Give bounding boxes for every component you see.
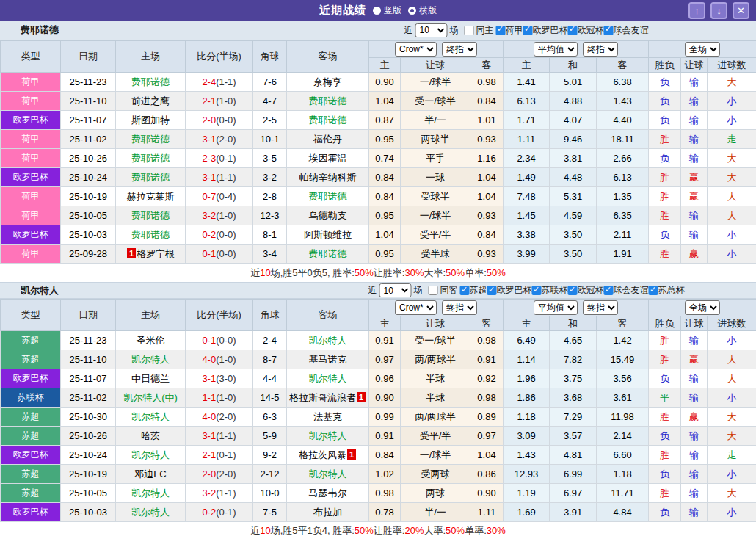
league-badge: 欧罗巴杯 [1, 369, 61, 388]
home-team: 费耶诺德 [116, 73, 186, 92]
odds-source-select[interactable]: Crow* [395, 300, 437, 315]
odds-time-select[interactable]: 终指 [442, 42, 477, 57]
avg-away-odds: 6.60 [597, 446, 649, 465]
scope-select[interactable]: 全场 [685, 42, 720, 57]
away-team-name: 凯尔特人 [309, 373, 347, 384]
checkbox-checked-icon[interactable] [604, 286, 614, 295]
league-filter[interactable]: 苏总杯 [649, 284, 685, 297]
same-venue-filter[interactable] [465, 26, 474, 35]
avg-home-odds: 1.43 [504, 446, 550, 465]
checkbox-checked-icon[interactable] [532, 286, 542, 295]
avg-draw-odds: 6.97 [550, 484, 597, 503]
score: 3-1(2-0) [186, 130, 253, 149]
handicap-result: 输 [681, 225, 708, 245]
radio-vertical-layout[interactable]: 竖版 [373, 4, 401, 17]
league-filter-group: 荷甲欧罗巴杯欧冠杯球会友谊 [496, 24, 649, 37]
average-select[interactable]: 平均值 [534, 300, 578, 315]
avg-draw-odds: 3.81 [550, 149, 597, 168]
away-team-name: 马瑟韦尔 [309, 488, 347, 499]
league-filter[interactable]: 荷甲 [496, 24, 523, 37]
checkbox-checked-icon[interactable] [568, 286, 578, 295]
goals-result: 小 [708, 111, 756, 130]
handicap-line: 受球半 [401, 187, 470, 206]
handicap-home-odds: 0.91 [369, 331, 401, 350]
handicap-home-odds: 1.04 [369, 225, 401, 245]
away-team: 凯尔特人 [287, 331, 369, 350]
league-filter[interactable]: 球会友谊 [604, 284, 649, 297]
checkbox-checked-icon[interactable] [649, 286, 658, 295]
col-header-type: 类型 [1, 41, 61, 73]
red-card-badge: 1 [357, 392, 366, 402]
move-up-button[interactable]: ↑ [688, 2, 705, 19]
league-filter[interactable]: 欧罗巴杯 [487, 284, 532, 297]
col-header-away: 客场 [287, 300, 369, 331]
radio-horizontal-layout[interactable]: 横版 [408, 4, 437, 17]
average-time-select[interactable]: 终指 [583, 300, 618, 315]
odds-source-select[interactable]: Crow* [395, 42, 437, 57]
average-select[interactable]: 平均值 [534, 42, 578, 57]
recent-label: 近 [368, 284, 377, 297]
league-filter[interactable]: 欧罗巴杯 [523, 24, 568, 37]
match-date: 25-10-03 [61, 225, 116, 245]
checkbox-checked-icon[interactable] [460, 286, 470, 295]
corner-count: 2-8 [253, 187, 287, 206]
checkbox-unchecked-icon[interactable] [465, 26, 474, 35]
avg-home-odds: 1.41 [504, 73, 550, 92]
filter-bar: 近 10 场 同主 荷甲欧罗巴杯欧冠杯球会友谊 [404, 23, 649, 37]
checkbox-checked-icon[interactable] [496, 26, 506, 35]
radio-horizontal-label: 横版 [419, 4, 437, 17]
league-badge: 欧罗巴杯 [1, 446, 61, 465]
col-header-avg-away: 客 [597, 58, 649, 73]
filter-bar: 近 10 场 同客 苏超欧罗巴杯苏联杯欧冠杯球会友谊苏总杯 [368, 283, 685, 297]
league-filter[interactable]: 苏超 [460, 284, 487, 297]
match-count-select[interactable]: 10 [415, 23, 448, 37]
odds-time-select[interactable]: 终指 [442, 300, 477, 315]
handicap-line: 一球 [401, 168, 470, 187]
match-row: 苏超25-10-19邓迪FC2-0(2-0)2-12凯尔特人1.02受两球0.8… [1, 465, 756, 484]
checkbox-checked-icon[interactable] [604, 26, 614, 35]
col-header-handicap-result: 让球 [681, 58, 708, 73]
avg-home-odds: 1.49 [504, 168, 550, 187]
score: 4-0(1-0) [186, 350, 253, 369]
checkbox-checked-icon[interactable] [568, 26, 578, 35]
league-filter[interactable]: 欧冠杯 [568, 24, 604, 37]
handicap-home-odds: 1.04 [369, 92, 401, 111]
home-team-name: 邓迪FC [134, 468, 166, 479]
handicap-line: 半球 [401, 369, 470, 388]
col-header-handicap-line: 让球 [401, 58, 470, 73]
league-filter[interactable]: 苏联杯 [532, 284, 568, 297]
average-time-select[interactable]: 终指 [583, 42, 618, 57]
summary-segment: 50% [355, 525, 374, 536]
match-date: 25-10-24 [61, 168, 116, 187]
league-badge: 荷甲 [1, 149, 61, 168]
radio-unselected-icon[interactable] [408, 7, 416, 15]
corner-count: 4-4 [253, 369, 287, 388]
summary-segment: 让胜率: [374, 267, 405, 280]
avg-home-odds: 1.18 [504, 408, 550, 427]
checkbox-unchecked-icon[interactable] [429, 286, 438, 295]
match-row: 欧罗巴杯25-10-24费耶诺德3-1(1-1)3-2帕纳辛纳科斯0.84一球1… [1, 168, 756, 187]
away-team-name: 布拉加 [313, 507, 342, 518]
away-team-name: 凯尔特人 [309, 430, 347, 441]
scope-select[interactable]: 全场 [685, 300, 720, 315]
goals-result: 大 [708, 168, 756, 187]
radio-selected-icon[interactable] [373, 7, 381, 15]
corner-count: 8-7 [253, 350, 287, 369]
league-filter[interactable]: 球会友谊 [604, 24, 649, 37]
score: 0-7(0-4) [186, 187, 253, 206]
close-button[interactable]: ✕ [733, 2, 749, 19]
same-venue-filter[interactable] [429, 286, 438, 295]
move-down-button[interactable]: ↓ [710, 2, 727, 19]
col-header-home: 主场 [116, 300, 186, 331]
col-header-date: 日期 [61, 300, 116, 331]
checkbox-checked-icon[interactable] [523, 26, 533, 35]
avg-home-odds: 1.19 [504, 484, 550, 503]
same-venue-label: 同客 [440, 284, 458, 297]
checkbox-checked-icon[interactable] [487, 286, 497, 295]
home-team-name: 斯图加特 [131, 115, 170, 126]
score: 3-1(3-0) [186, 369, 253, 388]
league-filter-label: 欧罗巴杯 [497, 284, 532, 297]
league-filter[interactable]: 欧冠杯 [568, 284, 604, 297]
match-count-select[interactable]: 10 [379, 283, 412, 297]
team-section-header: 凯尔特人 近 10 场 同客 苏超欧罗巴杯苏联杯欧冠杯球会友谊苏总杯 [0, 283, 756, 299]
